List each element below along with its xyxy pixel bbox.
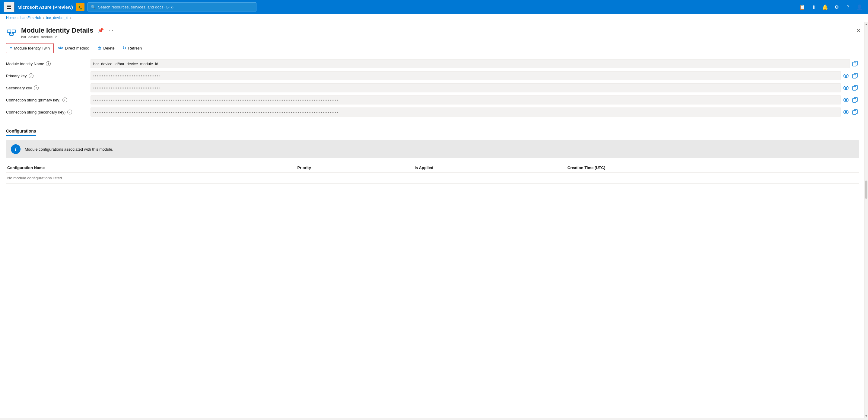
delete-button[interactable]: 🗑 Delete [94,43,118,53]
connection-string-secondary-value-wrap [91,108,859,116]
notifications-icon[interactable]: 🔔 [820,2,830,12]
primary-key-copy-button[interactable] [851,72,859,80]
close-panel-button[interactable]: ✕ [855,26,862,35]
configurations-info-text: Module configurations associated with th… [25,147,113,151]
code-icon: </> [58,46,63,50]
page-title: Module Identity Details [21,27,94,34]
module-identity-name-input[interactable] [91,59,850,68]
svg-point-20 [845,111,847,113]
account-icon[interactable]: 👤 [855,2,864,12]
form-content: Module Identity Name i Primary key i [0,53,868,410]
col-is-applied: Is Applied [413,163,566,173]
breadcrumb-home[interactable]: Home [6,16,16,20]
preview-bug-icon: 🐛 [76,3,85,11]
table-row-empty: No module configurations listed. [6,173,859,184]
svg-rect-10 [852,74,856,78]
svg-rect-22 [852,111,856,114]
upload-icon[interactable]: ⬆ [809,2,818,12]
connection-string-primary-label: Connection string (primary key) i [6,97,85,102]
module-identity-twin-button[interactable]: ≡ Module Identity Twin [6,43,54,53]
secondary-key-eye-button[interactable] [842,85,850,91]
scrollbar-down-arrow[interactable]: ▼ [864,414,868,418]
pin-button[interactable]: 📌 [97,26,105,34]
delete-icon: 🗑 [97,46,101,50]
panel-subtitle: bar_device_module_id [21,35,862,39]
help-icon[interactable]: ? [843,2,853,12]
field-primary-key: Primary key i [6,71,859,80]
breadcrumb-sep-2: › [43,16,44,20]
scrollbar-thumb[interactable] [865,180,867,199]
search-placeholder-text: Search resources, services, and docs (G+… [98,5,174,9]
no-configs-message: No module configurations listed. [6,173,859,184]
connection-string-primary-value-wrap [91,95,859,105]
more-options-button[interactable]: ··· [108,27,114,34]
scrollbar[interactable]: ▲ ▼ [864,22,868,418]
col-priority: Priority [296,163,413,173]
svg-point-16 [845,99,847,101]
refresh-button[interactable]: ↻ Refresh [119,43,146,53]
configurations-table-header: Configuration Name Priority Is Applied C… [6,163,859,173]
connection-string-secondary-label: Connection string (secondary key) i [6,110,85,114]
svg-rect-14 [852,86,856,90]
global-search[interactable]: 🔍 Search resources, services, and docs (… [88,2,256,11]
breadcrumb-device[interactable]: bar_device_id [46,16,68,20]
field-module-identity-name: Module Identity Name i [6,59,859,68]
secondary-key-input[interactable] [91,83,841,92]
breadcrumb-hub[interactable]: barsFirstHub [21,16,41,20]
connection-string-primary-eye-button[interactable] [842,96,850,103]
topbar: ☰ Microsoft Azure (Preview) 🐛 🔍 Search r… [0,0,868,14]
connection-string-secondary-copy-button[interactable] [851,108,859,116]
refresh-label: Refresh [128,46,142,50]
hamburger-menu-button[interactable]: ☰ [4,2,14,12]
secondary-key-info[interactable]: i [34,85,39,90]
delete-label: Delete [103,46,115,50]
action-toolbar: ≡ Module Identity Twin </> Direct method… [0,42,868,53]
primary-key-eye-button[interactable] [842,73,850,79]
field-connection-string-primary: Connection string (primary key) i [6,95,859,105]
primary-key-label: Primary key i [6,73,85,78]
svg-rect-1 [12,30,16,32]
connection-string-primary-info[interactable]: i [62,97,67,102]
twin-button-label: Module Identity Twin [14,46,50,50]
panel-title-block: Module Identity Details 📌 ··· bar_device… [21,26,862,39]
svg-point-7 [843,74,848,78]
search-icon: 🔍 [91,5,96,9]
configurations-section: Configurations i Module configurations a… [6,122,859,184]
secondary-key-copy-button[interactable] [851,84,859,92]
module-identity-name-info[interactable]: i [46,61,51,66]
refresh-icon: ↻ [123,45,126,51]
configurations-table: Configuration Name Priority Is Applied C… [6,163,859,184]
svg-rect-18 [852,99,856,102]
breadcrumb-sep-1: › [18,16,19,20]
svg-point-15 [843,98,848,102]
module-identity-icon [6,27,17,38]
connection-string-secondary-eye-button[interactable] [842,109,850,115]
svg-point-11 [843,86,848,90]
secondary-key-value-wrap [91,83,859,92]
connection-string-secondary-info[interactable]: i [67,110,72,114]
configurations-section-title: Configurations [6,129,36,136]
connection-string-primary-copy-button[interactable] [851,96,859,104]
info-circle-icon: i [11,144,21,154]
connection-string-primary-input[interactable] [91,95,841,105]
configurations-info-banner: i Module configurations associated with … [6,140,859,158]
feedback-icon[interactable]: 📋 [797,2,807,12]
primary-key-input[interactable] [91,71,841,80]
scrollbar-up-arrow[interactable]: ▲ [864,22,868,26]
direct-method-button[interactable]: </> Direct method [54,44,93,53]
twin-icon: ≡ [10,46,12,50]
primary-key-info[interactable]: i [29,73,33,78]
module-identity-name-value-wrap [91,59,859,68]
secondary-key-label: Secondary key i [6,85,85,90]
panel-header: Module Identity Details 📌 ··· bar_device… [0,22,868,42]
svg-rect-0 [7,30,11,32]
connection-string-secondary-input[interactable] [91,108,841,116]
settings-icon[interactable]: ⚙ [832,2,841,12]
col-creation-time: Creation Time (UTC) [566,163,859,173]
svg-point-12 [845,87,847,89]
breadcrumb: Home › barsFirstHub › bar_device_id › [0,14,868,22]
module-identity-name-label: Module Identity Name i [6,61,85,66]
breadcrumb-sep-3: › [70,16,71,20]
app-title: Microsoft Azure (Preview) [18,4,73,10]
module-identity-name-copy-button[interactable] [851,60,859,67]
